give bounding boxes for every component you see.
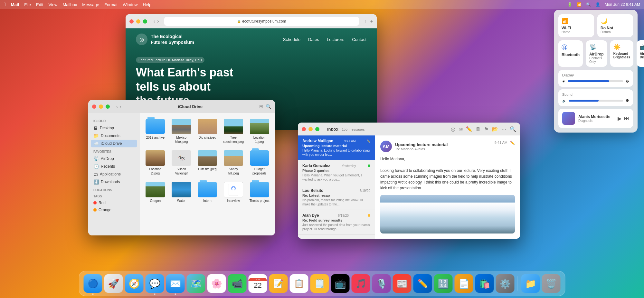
cc-tile-dnd[interactable]: 🌙 Do Not Disturb xyxy=(597,14,633,37)
mail-more-icon[interactable]: ⋯ xyxy=(501,126,507,132)
file-item-oregon[interactable]: Oregon xyxy=(144,180,167,205)
file-item-interview[interactable]: Interview xyxy=(222,180,245,205)
battery-icon[interactable]: 🔋 xyxy=(567,2,572,7)
dock-item-messages[interactable]: 💬 xyxy=(146,274,164,293)
sound-settings-icon[interactable]: ⚙ xyxy=(626,98,629,103)
file-item-tree-specimen[interactable]: Tree specimen.jpeg xyxy=(222,117,245,146)
menu-edit[interactable]: Edit xyxy=(36,2,43,7)
menu-help[interactable]: Help xyxy=(143,2,151,7)
apple-menu[interactable]:  xyxy=(4,2,6,7)
file-item-mexico-hike[interactable]: Mexico hike.jpeg xyxy=(170,117,193,146)
mail-search-icon[interactable]: 🔍 xyxy=(510,126,516,132)
finder-forward-icon[interactable]: › xyxy=(120,104,121,109)
finder-maximize-button[interactable] xyxy=(106,104,110,109)
dock-item-appstore[interactable]: 🛍️ xyxy=(475,274,494,293)
dock-item-launchpad[interactable]: 🚀 xyxy=(104,274,123,293)
sound-slider-track[interactable] xyxy=(569,100,623,102)
cc-tile-airdrop[interactable]: 📡 AirDrop Contacts Only xyxy=(586,40,607,67)
maximize-button[interactable] xyxy=(143,19,147,24)
finder-search-icon[interactable]: 🔍 xyxy=(266,104,271,109)
file-item-location1[interactable]: Location 1.jpeg xyxy=(248,117,271,146)
play-icon[interactable]: ▶ xyxy=(618,115,621,122)
dock-item-appletv[interactable]: 📺 xyxy=(331,274,350,293)
finder-back-icon[interactable]: ‹ xyxy=(116,104,118,109)
menu-view[interactable]: View xyxy=(49,2,58,7)
menu-format[interactable]: Format xyxy=(104,2,118,7)
nav-lecturers[interactable]: Lecturers xyxy=(327,37,344,42)
back-icon[interactable]: ‹ xyxy=(154,18,155,24)
dock-item-files[interactable]: 📁 xyxy=(521,274,540,293)
mail-item-alan[interactable]: Alan Dye 6/19/20 Re: Field survey result… xyxy=(298,210,375,235)
dock-item-podcasts[interactable]: 🎙️ xyxy=(372,274,391,293)
wifi-icon[interactable]: 📶 xyxy=(577,2,582,7)
dock-item-stickies[interactable]: 🗒️ xyxy=(310,274,329,293)
mail-maximize-button[interactable] xyxy=(315,127,319,131)
share-icon[interactable]: ↑ xyxy=(364,19,366,24)
sidebar-item-downloads[interactable]: ⬇️ Downloads xyxy=(91,178,137,186)
delete-icon[interactable]: 🗑 xyxy=(476,126,481,132)
dock-item-reminders[interactable]: 📋 xyxy=(290,274,308,293)
dock-item-system-preferences[interactable]: ⚙️ xyxy=(496,274,515,293)
dock-item-pages[interactable]: 📄 xyxy=(455,274,473,293)
dock-item-calendar[interactable]: JUN 22 xyxy=(249,274,267,293)
finder-close-button[interactable] xyxy=(92,104,96,109)
user-icon[interactable]: 👤 xyxy=(595,2,600,7)
nav-dates[interactable]: Dates xyxy=(308,37,319,42)
dock-item-finder[interactable]: 🔵 xyxy=(84,274,102,293)
cc-tile-airplay-display[interactable]: 📺 AirPlayDisplay xyxy=(637,40,644,67)
dock-item-music[interactable]: 🎵 xyxy=(352,274,370,293)
search-icon[interactable]: 🔍 xyxy=(586,2,591,7)
dock-item-photos[interactable]: 🌸 xyxy=(207,274,226,293)
file-item-water[interactable]: Water xyxy=(170,180,193,205)
dock-item-numbers[interactable]: 🔢 xyxy=(434,274,453,293)
brightness-settings-icon[interactable]: ⚙ xyxy=(626,79,629,84)
flag-icon[interactable]: ⚑ xyxy=(484,126,488,132)
cc-tile-keyboard-brightness[interactable]: ☀️ KeyboardBrightness xyxy=(610,40,633,67)
dock-item-trash[interactable]: 🗑️ xyxy=(542,274,561,293)
reply-icon[interactable]: ✉ xyxy=(459,126,463,132)
sidebar-item-airdrop[interactable]: 📡 AirDrop xyxy=(91,155,137,163)
mail-reply-icon[interactable]: ✏️ xyxy=(510,141,515,145)
mail-close-button[interactable] xyxy=(302,127,306,131)
file-item-intern[interactable]: Intern xyxy=(196,180,219,205)
forward-icon[interactable]: › xyxy=(157,18,159,24)
menu-file[interactable]: File xyxy=(24,2,31,7)
file-item-cliff-site[interactable]: Cliff site.jpeg xyxy=(196,148,219,177)
file-item-dig-site[interactable]: Dig site.jpeg xyxy=(196,117,219,146)
dock-item-safari[interactable]: 🧭 xyxy=(125,274,144,293)
new-compose-icon[interactable]: ✏️ xyxy=(466,126,472,132)
finder-minimize-button[interactable] xyxy=(99,104,103,109)
sidebar-tag-red[interactable]: Red xyxy=(91,199,137,206)
menu-mailbox[interactable]: Mailbox xyxy=(62,2,77,7)
dock-item-notes[interactable]: 📝 xyxy=(269,274,288,293)
skip-forward-icon[interactable]: ⏭ xyxy=(624,115,629,122)
file-item-sandy-hill[interactable]: Sandy hill.jpeg xyxy=(222,148,245,177)
file-item-location2[interactable]: Location 2.jpeg xyxy=(144,148,167,177)
dock-item-facetime[interactable]: 📹 xyxy=(228,274,247,293)
sidebar-item-applications[interactable]: 🗂 Applications xyxy=(91,170,137,178)
mail-item-karla[interactable]: Karla Gonzalez Yesterday Phase 2 queries… xyxy=(298,160,375,185)
cc-tile-wifi[interactable]: 📶 Wi-Fi Home xyxy=(558,14,594,37)
add-tab-icon[interactable]: + xyxy=(370,19,373,24)
menu-mail[interactable]: Mail xyxy=(11,2,19,7)
move-icon[interactable]: 📂 xyxy=(492,126,498,132)
compose-action-icon[interactable]: ◎ xyxy=(451,126,455,132)
dock-item-pencil[interactable]: ✏️ xyxy=(413,274,432,293)
url-bar[interactable]: 🔒 ecofuturesymposium.com xyxy=(164,17,359,26)
menu-window[interactable]: Window xyxy=(123,2,137,7)
sidebar-item-recents[interactable]: 🕐 Recents xyxy=(91,163,137,170)
close-button[interactable] xyxy=(129,19,134,24)
nav-schedule[interactable]: Schedule xyxy=(283,37,300,42)
menu-message[interactable]: Message xyxy=(82,2,99,7)
file-item-silicon-valley[interactable]: 🐄 Silicon Valley.gif xyxy=(170,148,193,177)
file-item-thesis-project[interactable]: Thesis project xyxy=(248,180,271,205)
sidebar-item-documents[interactable]: 📁 Documents xyxy=(91,132,137,140)
sidebar-item-desktop[interactable]: 🖥 Desktop xyxy=(91,124,137,132)
dock-item-news[interactable]: 📰 xyxy=(393,274,412,293)
mail-minimize-button[interactable] xyxy=(308,127,313,131)
mail-item-cindy[interactable]: Cindy Cheung 6/18/20 Project timeline in… xyxy=(298,235,375,239)
display-slider-track[interactable] xyxy=(568,80,623,82)
file-item-budget-proposals[interactable]: Budget proposals xyxy=(248,148,271,177)
dock-item-mail[interactable]: ✉️ xyxy=(166,274,185,293)
cc-tile-bluetooth[interactable]: Ⓑ Bluetooth xyxy=(558,40,583,67)
